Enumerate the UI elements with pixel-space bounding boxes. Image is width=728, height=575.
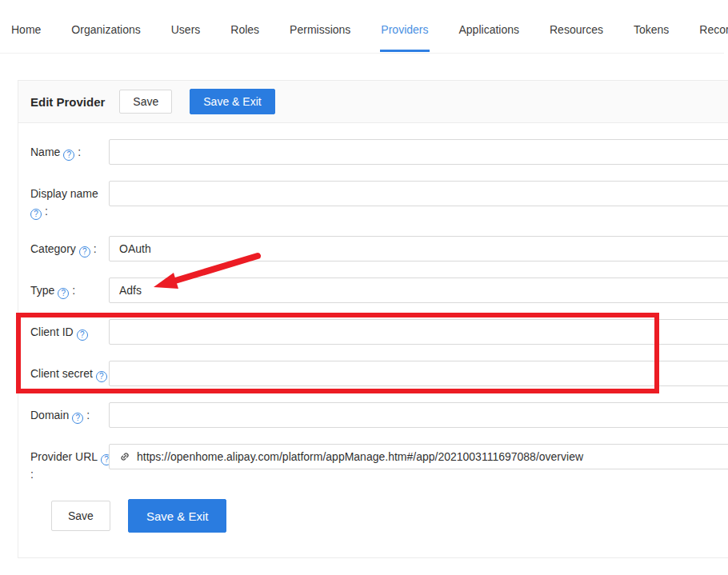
nav-item-permissions[interactable]: Permissions <box>274 0 366 53</box>
nav-item-applications[interactable]: Applications <box>444 0 535 53</box>
field-row-category: Category?: <box>30 236 728 262</box>
nav-item-home[interactable]: Home <box>0 0 56 53</box>
domain-label-text: Domain <box>30 409 69 421</box>
nav-item-providers[interactable]: Providers <box>366 0 443 53</box>
type-select[interactable] <box>109 278 728 303</box>
label-colon: : <box>78 146 81 158</box>
type-label-text: Type <box>30 284 54 297</box>
provider-url-field <box>109 444 728 469</box>
domain-label: Domain?: <box>30 402 109 428</box>
label-colon: : <box>94 242 97 255</box>
nav-item-records[interactable]: Records <box>684 0 728 53</box>
client-id-input[interactable] <box>109 319 728 345</box>
label-colon: : <box>72 284 75 297</box>
save-exit-button-top[interactable]: Save & Exit <box>190 89 274 114</box>
panel-title: Edit Provider <box>30 95 105 109</box>
help-icon[interactable]: ? <box>96 371 107 382</box>
nav-item-roles[interactable]: Roles <box>215 0 274 53</box>
name-input[interactable] <box>109 139 728 165</box>
help-icon[interactable]: ? <box>30 209 42 220</box>
nav-item-organizations[interactable]: Organizations <box>56 0 155 53</box>
field-row-type: Type?: <box>30 278 728 303</box>
edit-provider-panel: Edit Provider Save Save & Exit Name?: Di… <box>18 80 728 558</box>
help-icon[interactable]: ? <box>72 413 83 424</box>
link-icon <box>117 449 133 465</box>
label-colon: : <box>45 205 48 218</box>
panel-header: Edit Provider Save Save & Exit <box>18 81 728 123</box>
field-row-provider-url: Provider URL? : <box>30 444 728 483</box>
provider-url-label-text: Provider URL <box>30 450 98 463</box>
field-row-domain: Domain?: <box>30 402 728 428</box>
name-label-text: Name <box>30 146 60 158</box>
save-exit-button-bottom[interactable]: Save & Exit <box>128 499 227 533</box>
nav-item-resources[interactable]: Resources <box>534 0 618 53</box>
display-name-label-text: Display name <box>30 187 98 200</box>
client-id-label-text: Client ID <box>30 325 74 338</box>
top-nav: Home Organizations Users Roles Permissio… <box>0 0 724 54</box>
form-footer: Save Save & Exit <box>51 499 728 549</box>
category-label: Category?: <box>30 236 109 262</box>
save-button-bottom[interactable]: Save <box>51 501 110 531</box>
client-secret-input[interactable] <box>109 361 728 386</box>
field-row-display-name: Display name ?: <box>30 181 728 220</box>
name-label: Name?: <box>30 139 109 165</box>
client-secret-label: Client secret? <box>30 361 109 386</box>
nav-item-users[interactable]: Users <box>156 0 216 53</box>
label-colon: : <box>86 409 90 421</box>
label-colon: : <box>30 468 34 481</box>
help-icon[interactable]: ? <box>79 246 90 258</box>
display-name-label: Display name ?: <box>30 181 109 220</box>
domain-input[interactable] <box>109 402 728 428</box>
field-row-client-id: Client ID? <box>30 319 728 345</box>
provider-url-label: Provider URL? : <box>30 444 109 483</box>
type-label: Type?: <box>30 278 109 303</box>
client-id-label: Client ID? <box>30 319 109 345</box>
category-select[interactable] <box>109 236 728 262</box>
nav-item-tokens[interactable]: Tokens <box>618 0 684 53</box>
display-name-input[interactable] <box>109 181 728 206</box>
field-row-name: Name?: <box>30 139 728 165</box>
help-icon[interactable]: ? <box>58 288 69 299</box>
help-icon[interactable]: ? <box>63 150 74 161</box>
field-row-client-secret: Client secret? <box>30 361 728 386</box>
save-button-top[interactable]: Save <box>119 90 172 114</box>
help-icon[interactable]: ? <box>77 329 88 341</box>
provider-url-input[interactable] <box>137 450 728 463</box>
category-label-text: Category <box>30 242 76 255</box>
edit-provider-form: Name?: Display name ?: Category?: <box>18 123 728 549</box>
client-secret-label-text: Client secret <box>30 367 93 380</box>
